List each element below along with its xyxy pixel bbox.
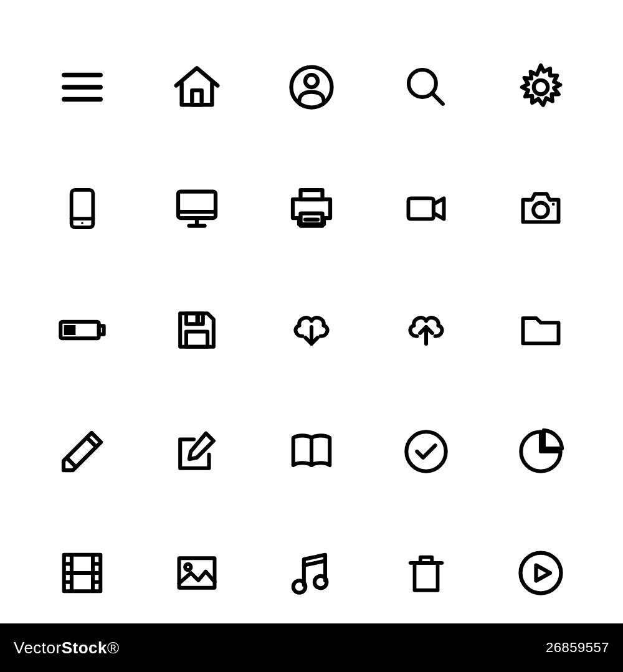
image-icon [140,517,254,629]
image-id: 26859557 [546,640,609,656]
search-icon [369,31,483,143]
svg-point-33 [406,432,445,471]
printer-icon [254,153,369,265]
icon-grid [25,31,598,629]
svg-point-11 [81,222,83,224]
svg-line-48 [304,561,325,566]
svg-rect-49 [415,563,438,590]
svg-point-47 [315,576,327,589]
home-icon [140,31,254,143]
svg-rect-26 [196,315,200,323]
svg-line-31 [69,460,75,466]
edit-note-icon [140,395,254,508]
film-icon [25,517,140,629]
svg-rect-3 [192,90,201,105]
svg-rect-24 [64,325,76,335]
svg-point-20 [533,203,548,218]
monitor-icon [140,153,254,265]
svg-rect-9 [72,190,93,227]
svg-line-7 [432,93,443,104]
menu-icon [25,31,140,143]
pencil-icon [25,395,140,508]
svg-rect-23 [99,326,104,334]
svg-point-5 [305,75,318,87]
book-icon [254,395,369,508]
svg-rect-25 [186,313,203,324]
music-note-icon [254,517,369,629]
gear-icon [483,31,598,143]
svg-rect-27 [186,331,207,346]
video-camera-icon [369,153,483,265]
brand-suffix: Stock [62,638,107,657]
brand-logo: VectorStock® [14,638,120,658]
footer-bar: VectorStock® 26859557 [0,623,623,672]
brand-prefix: Vector [14,638,62,657]
user-circle-icon [254,31,369,143]
svg-line-30 [87,438,97,447]
pie-chart-icon [483,395,598,508]
trash-icon [369,517,483,629]
check-circle-icon [369,395,483,508]
cloud-download-icon [254,274,369,386]
play-circle-icon [483,517,598,629]
battery-icon [25,274,140,386]
svg-point-46 [293,580,306,593]
cloud-upload-icon [369,274,483,386]
svg-rect-19 [409,198,434,219]
svg-rect-12 [178,192,216,219]
folder-icon [483,274,598,386]
camera-icon [483,153,598,265]
svg-point-8 [534,80,548,95]
smartphone-icon [25,153,140,265]
svg-point-45 [185,564,191,570]
svg-point-51 [521,553,561,594]
save-floppy-icon [140,274,254,386]
svg-point-21 [552,203,555,206]
